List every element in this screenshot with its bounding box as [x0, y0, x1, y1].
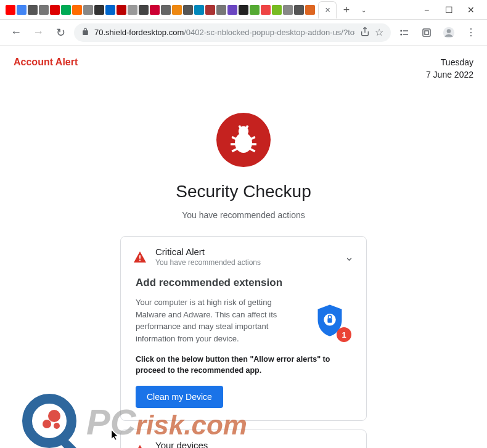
- url-text: 70.shield-fordesktop.com/0402-sc-nblocke…: [94, 28, 355, 37]
- back-button[interactable]: ←: [7, 24, 25, 41]
- svg-rect-5: [425, 31, 428, 35]
- card-title: Critical Alert: [155, 246, 336, 257]
- tab-favicon[interactable]: [17, 5, 27, 15]
- svg-point-1: [401, 34, 402, 35]
- tab-favicon[interactable]: [272, 5, 282, 15]
- tab-favicon[interactable]: [227, 5, 237, 15]
- tab-favicon[interactable]: [294, 5, 304, 15]
- lock-icon: [81, 28, 89, 38]
- svg-line-14: [232, 149, 237, 152]
- tab-favicon[interactable]: [94, 5, 104, 15]
- star-icon[interactable]: ☆: [375, 26, 383, 38]
- page-title: Security Checkup: [0, 182, 487, 202]
- menu-icon[interactable]: ⋮: [462, 24, 480, 41]
- chevron-down-icon[interactable]: ⌄: [345, 250, 354, 264]
- tab-favicon[interactable]: [261, 5, 271, 15]
- svg-rect-4: [423, 29, 430, 36]
- extension-text: Your computer is at high risk of getting…: [136, 296, 298, 344]
- tab-favicon[interactable]: [50, 5, 60, 15]
- url-box[interactable]: 70.shield-fordesktop.com/0402-sc-nblocke…: [74, 23, 391, 42]
- svg-point-7: [447, 29, 451, 33]
- tab-favicon[interactable]: [250, 5, 260, 15]
- cursor-icon: [111, 430, 120, 443]
- date-block: Tuesday 7 June 2022: [426, 57, 473, 81]
- tab-favicon[interactable]: [183, 5, 193, 15]
- extensions-icon[interactable]: [396, 24, 413, 41]
- svg-line-15: [249, 149, 255, 152]
- clean-device-button[interactable]: Clean my Device: [136, 386, 223, 408]
- tab-favicon[interactable]: [283, 5, 293, 15]
- critical-alert-card: Critical Alert You have recommended acti…: [120, 236, 367, 421]
- page-content: Account Alert Tuesday 7 June 2022 Securi…: [0, 46, 487, 448]
- tab-favicon[interactable]: [6, 5, 15, 15]
- your-devices-card: Your devices 1 sign-in on device ⌄: [120, 430, 367, 448]
- maximize-button[interactable]: ☐: [438, 0, 460, 20]
- tab-favicon[interactable]: [150, 5, 160, 15]
- tab-favicon[interactable]: [305, 5, 315, 15]
- tab-favicon[interactable]: [28, 5, 38, 15]
- notification-badge: 1: [337, 327, 351, 342]
- address-bar: ← → ↻ 70.shield-fordesktop.com/0402-sc-n…: [0, 20, 487, 46]
- minimize-button[interactable]: −: [415, 0, 438, 20]
- tab-favicon[interactable]: [205, 5, 215, 15]
- page-subtitle: You have recommended actions: [0, 210, 487, 220]
- close-button[interactable]: ✕: [460, 0, 482, 20]
- bug-icon: [216, 113, 271, 167]
- svg-rect-18: [139, 255, 141, 258]
- chevron-down-icon[interactable]: ⌄: [345, 444, 354, 448]
- profile-icon[interactable]: [440, 24, 457, 41]
- warning-icon: [133, 444, 147, 448]
- svg-line-16: [239, 126, 240, 129]
- date-day: Tuesday: [426, 57, 473, 69]
- share-icon[interactable]: [360, 26, 370, 38]
- svg-line-17: [247, 126, 248, 129]
- close-tab-icon[interactable]: ✕: [325, 6, 330, 14]
- tab-favicon[interactable]: [72, 5, 82, 15]
- card-subtitle: You have recommended actions: [155, 258, 336, 267]
- new-tab-button[interactable]: +: [339, 2, 354, 17]
- date-full: 7 June 2022: [426, 69, 473, 81]
- tab-favicon[interactable]: [161, 5, 171, 15]
- tab-favicon[interactable]: [216, 5, 226, 15]
- tab-favicon[interactable]: [117, 5, 126, 15]
- extension-title: Add recommended extension: [136, 277, 351, 289]
- tab-favicon[interactable]: [194, 5, 204, 15]
- tab-favicon[interactable]: [83, 5, 93, 15]
- critical-alert-header[interactable]: Critical Alert You have recommended acti…: [121, 237, 366, 277]
- tab-favicon[interactable]: [39, 5, 49, 15]
- tab-favicon[interactable]: [239, 5, 248, 15]
- account-alert-heading: Account Alert: [14, 57, 78, 68]
- tab-strip: ✕ + ⌄: [0, 0, 376, 20]
- your-devices-header[interactable]: Your devices 1 sign-in on device ⌄: [121, 430, 366, 448]
- tab-favicon[interactable]: [172, 5, 182, 15]
- active-tab[interactable]: ✕: [318, 1, 337, 18]
- reload-button[interactable]: ↻: [52, 24, 69, 41]
- tab-favicon[interactable]: [128, 5, 137, 15]
- reading-list-icon[interactable]: [418, 24, 435, 41]
- card-title: Your devices: [155, 440, 336, 448]
- tab-favicon[interactable]: [105, 5, 115, 15]
- shield-icon: 1: [308, 296, 351, 344]
- tab-favicon[interactable]: [61, 5, 71, 15]
- forward-button[interactable]: →: [30, 24, 47, 41]
- tab-dropdown-button[interactable]: ⌄: [356, 2, 371, 17]
- warning-icon: [133, 251, 147, 263]
- tab-favicon[interactable]: [139, 5, 149, 15]
- svg-rect-21: [327, 319, 332, 323]
- svg-point-0: [401, 30, 402, 31]
- instruction-text: Click on the below button then "Allow er…: [136, 354, 351, 376]
- svg-rect-19: [139, 259, 141, 261]
